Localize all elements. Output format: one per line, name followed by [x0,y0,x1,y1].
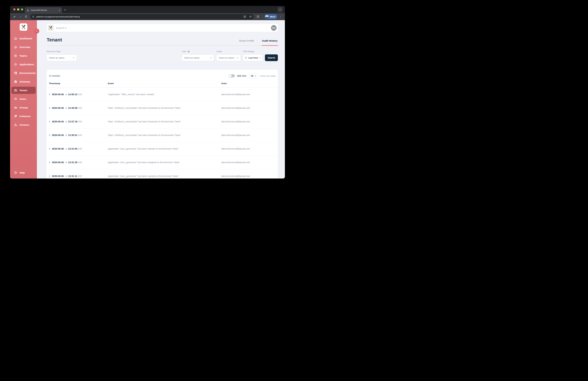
group-icon [14,106,17,109]
event-time: 13:40:56 [68,107,77,109]
tab-close-icon[interactable]: ✕ [59,9,60,11]
sidebar-footer: Help [10,169,37,176]
sidebar-item-schemas[interactable]: Schemas [11,78,36,85]
event-description: Topic "confluent_sensordata" has been br… [108,134,221,136]
clipboard-icon [14,80,17,83]
chevron-down-icon [210,57,212,59]
split-view-toggle[interactable] [229,74,235,77]
chevron-right-icon[interactable] [49,134,50,136]
hierarchy-icon [14,45,17,49]
extensions-button[interactable] [255,14,260,19]
at-word: at [65,175,67,177]
forward-button[interactable] [18,14,23,19]
table-row[interactable]: 2025-09-26 at 13:31:11 .000 Application … [49,169,276,179]
chevron-right-icon[interactable] [49,148,50,150]
table-row[interactable]: 2025-09-26 at 13:31:50 .000 Application … [49,142,276,156]
table-row[interactable]: 2025-09-26 at 13:37:18 .000 Topic "confl… [49,115,276,128]
chevron-right-icon[interactable] [49,161,50,163]
close-window-button[interactable] [13,8,16,11]
sidebar-item-dashboard[interactable]: Dashboard [11,35,36,42]
event-ms: .000 [78,93,82,96]
back-button[interactable] [12,14,17,19]
chevron-right-icon[interactable] [49,121,50,123]
briefcase-icon [14,89,17,92]
event-time: 13:31:50 [68,147,77,150]
sidebar-item-clusters[interactable]: Clusters [11,121,36,128]
profile-label: Work [270,16,275,18]
tab-search-button[interactable] [277,7,283,12]
table-row[interactable]: 2025-09-26 at 13:31:35 .000 Application … [49,156,276,169]
bookmark-button[interactable] [248,14,253,19]
sidebar-item-instances[interactable]: Instances [11,112,36,120]
browser-profile-chip[interactable]: Work [264,14,277,19]
event-actor: dario.benvenuti@axual.com [221,161,276,164]
table-row[interactable]: 2025-09-26 at 14:00:12 .000 "Application… [49,88,276,101]
split-view-label: Split view [237,74,246,77]
browser-menu-button[interactable] [278,14,283,19]
traffic-lights [13,8,23,11]
event-ms: .000 [78,120,82,123]
actor-select[interactable]: Select an option [182,54,214,61]
page-header: Tenant Tenant Profile Audit History [47,37,278,46]
time-range-select[interactable]: Last hour [243,54,263,61]
search-button[interactable]: Search [265,54,278,61]
sidebar-item-tenant[interactable]: Tenant [11,87,36,94]
at-word: at [65,93,67,96]
audit-table-card: 12 event(s) Split view 25 events per pag… [47,70,278,179]
install-app-button[interactable] [243,14,247,19]
at-word: at [65,107,67,109]
chevron-down-icon [279,8,281,11]
browser-tab[interactable]: Axual Self Service ✕ [25,7,62,13]
table-row[interactable]: 2025-09-26 at 13:40:56 .000 Topic "confl… [49,101,276,115]
sidebar-collapse-button[interactable] [35,29,39,33]
screenshot-stage: Axual Self Service ✕ + [0,0,294,190]
diamond-icon [14,63,17,66]
event-time: 13:37:18 [68,120,77,123]
back-arrow-icon [13,15,16,18]
event-ms: .000 [78,134,82,136]
url-bar[interactable]: platform.local/governance/tenant/audit-h… [30,14,254,19]
resource-type-select[interactable]: Select an option [47,54,77,61]
tab-audit-history[interactable]: Audit History [262,39,278,45]
sidebar-item-environments[interactable]: Environments [11,69,36,77]
tab-tenant-profile[interactable]: Tenant Profile [239,39,254,45]
user-avatar[interactable]: DU [271,25,277,31]
browser-tabstrip: Axual Self Service ✕ + [10,6,285,13]
reload-button[interactable] [23,14,29,19]
event-time: 14:00:12 [68,93,77,96]
browser-toolbar: platform.local/governance/tenant/audit-h… [10,13,285,20]
site-settings-button[interactable] [31,15,35,19]
chevron-down-icon [236,57,239,59]
event-ms: .000 [78,107,82,109]
sidebar-item-applications[interactable]: Applications [11,61,36,68]
new-tab-button[interactable]: + [64,8,66,13]
chevron-down-icon [73,57,75,59]
page-tabs: Tenant Profile Audit History [239,39,278,45]
chevron-right-icon[interactable] [49,93,50,95]
axual-logo[interactable] [20,23,27,31]
zoom-window-button[interactable] [21,8,23,11]
event-description: "Application" "filter_events" has been c… [108,93,221,96]
minimize-window-button[interactable] [17,8,19,11]
sidebar-item-help[interactable]: Help [11,169,36,176]
event-ms: .000 [78,175,82,177]
event-description: Application "avro_generator" has been st… [108,147,221,150]
event-count: 12 event(s) [49,74,229,77]
sidebar-item-groups[interactable]: Groups [11,104,36,111]
sidebar-item-topics[interactable]: Topics [11,52,36,59]
chevron-right-icon[interactable] [49,175,50,177]
org-name: Axual B.V. [56,26,271,29]
forward-arrow-icon [19,15,22,18]
url-text[interactable]: platform.local/governance/tenant/audit-h… [36,16,241,18]
sidebar-item-overview[interactable]: Overview [11,44,36,51]
sidebar-item-users[interactable]: Users [11,95,36,103]
kebab-menu-icon [279,15,282,18]
table-row[interactable]: 2025-09-26 at 13:35:51 .000 Topic "confl… [49,128,276,142]
chevron-right-icon[interactable] [49,107,50,109]
timestamp-cell: 2025-09-26 at 13:31:35 .000 [49,161,108,164]
browser-window: Axual Self Service ✕ + [10,6,285,179]
page-size-select[interactable]: 25 [249,73,258,79]
install-icon [243,15,246,18]
action-select[interactable]: Select an option [216,54,241,61]
event-actor: dario.benvenuti@axual.com [221,175,276,177]
